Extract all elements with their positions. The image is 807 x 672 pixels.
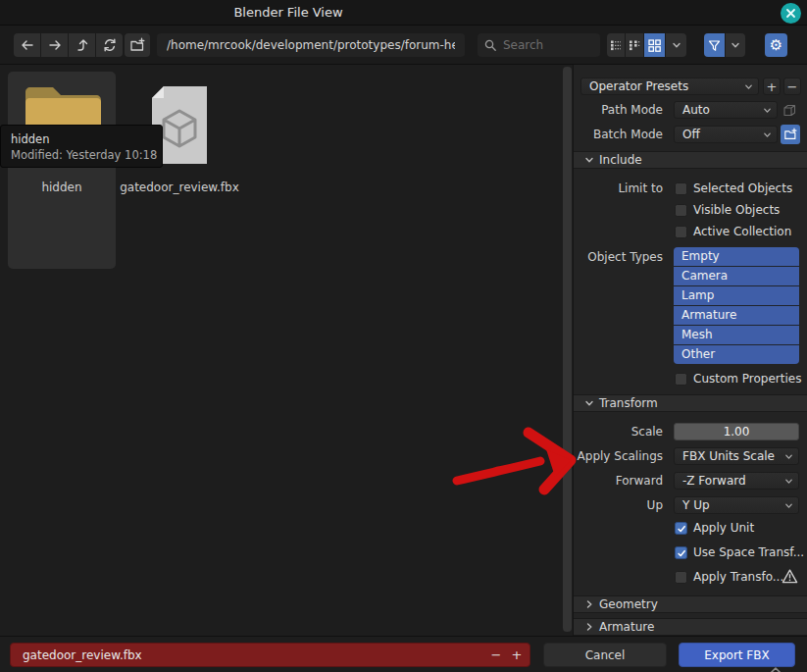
filename-decrement-button[interactable]: − — [487, 643, 505, 667]
warning-icon — [782, 568, 798, 585]
selected-objects-checkbox[interactable] — [675, 182, 687, 195]
cancel-button[interactable]: Cancel — [543, 643, 667, 667]
add-preset-button[interactable]: + — [763, 78, 781, 95]
selected-objects-label[interactable]: Selected Objects — [693, 181, 792, 196]
up-label: Up — [570, 497, 663, 514]
apply-unit-label[interactable]: Apply Unit — [693, 521, 754, 536]
batch-mode-dropdown[interactable]: Off — [674, 126, 778, 143]
blender-file-view-window: Blender File View — [0, 0, 807, 672]
apply-unit-checkbox[interactable] — [675, 522, 687, 535]
detail-view-icon — [628, 38, 641, 52]
detail-list-view-button[interactable] — [626, 33, 643, 57]
visible-objects-label[interactable]: Visible Objects — [693, 203, 780, 218]
object-type-empty[interactable]: Empty — [674, 247, 799, 266]
export-fbx-button-label: Export FBX — [704, 648, 769, 662]
list-view-icon — [609, 38, 623, 52]
new-folder-button[interactable] — [125, 33, 150, 57]
apply-transform-checkbox[interactable] — [675, 571, 687, 584]
scale-slider[interactable]: 1.00 — [674, 423, 799, 440]
forward-dropdown[interactable]: -Z Forward — [674, 472, 799, 490]
chevron-down-icon — [671, 39, 682, 51]
transform-section-header[interactable]: Transform — [574, 394, 807, 412]
object-types-label: Object Types — [570, 249, 663, 266]
file-browser-toolbar: ⚙ — [0, 26, 807, 65]
use-space-transform-label[interactable]: Use Space Transf... — [693, 545, 804, 560]
object-type-other[interactable]: Other — [674, 345, 799, 364]
apply-scalings-dropdown[interactable]: FBX Units Scale — [674, 447, 799, 465]
forward-button[interactable] — [41, 33, 68, 57]
arrow-left-icon — [20, 37, 35, 53]
up-dropdown[interactable]: Y Up — [674, 496, 799, 514]
chevron-up-icon[interactable] — [766, 665, 785, 672]
active-collection-checkbox[interactable] — [675, 226, 687, 238]
minus-icon: − — [491, 647, 502, 662]
path-mode-dropdown[interactable]: Auto — [674, 101, 778, 119]
chevron-down-icon — [783, 500, 794, 511]
geometry-section-title: Geometry — [599, 597, 658, 611]
export-options-sidebar: Operator Presets + − Path Mode Auto Batc… — [573, 65, 807, 636]
filename-input[interactable] — [23, 648, 486, 662]
geometry-section-header[interactable]: Geometry — [574, 595, 807, 613]
export-fbx-button[interactable]: Export FBX — [679, 643, 795, 667]
fbx-file-label[interactable]: gatedoor_review.fbx — [120, 180, 239, 195]
remove-preset-button[interactable]: − — [783, 78, 801, 95]
custom-properties-label[interactable]: Custom Properties — [693, 372, 801, 387]
refresh-button[interactable] — [96, 33, 123, 57]
new-folder-icon — [129, 37, 146, 53]
scale-value: 1.00 — [724, 425, 750, 439]
filter-toggle-button[interactable] — [704, 33, 725, 57]
active-collection-label[interactable]: Active Collection — [693, 225, 791, 239]
limit-to-label: Limit to — [570, 181, 663, 197]
batch-mode-value: Off — [682, 128, 700, 141]
search-icon — [483, 38, 497, 52]
back-button[interactable] — [14, 33, 40, 57]
filter-group — [704, 33, 745, 57]
options-toggle-button[interactable]: ⚙ — [765, 33, 787, 57]
object-type-armature[interactable]: Armature — [674, 306, 799, 325]
folder-label[interactable]: hidden — [8, 180, 116, 195]
vertical-list-view-button[interactable] — [607, 33, 625, 57]
apply-transform-label[interactable]: Apply Transfo... — [693, 570, 783, 585]
path-input[interactable] — [167, 38, 455, 52]
custom-properties-checkbox[interactable] — [675, 373, 687, 386]
display-mode-group — [607, 33, 686, 57]
chevron-down-icon — [783, 476, 794, 487]
minus-icon: − — [787, 80, 798, 93]
chevron-down-icon — [783, 451, 794, 462]
object-type-camera[interactable]: Camera — [674, 267, 799, 285]
cancel-button-label: Cancel — [585, 648, 626, 662]
close-button[interactable] — [781, 3, 801, 24]
apply-scalings-label: Apply Scalings — [570, 448, 663, 465]
thumbnail-view-button[interactable] — [644, 33, 665, 57]
chevron-down-icon — [743, 81, 754, 92]
include-section-title: Include — [599, 153, 642, 167]
object-type-mesh[interactable]: Mesh — [674, 326, 799, 344]
display-settings-dropdown[interactable] — [666, 33, 686, 57]
path-field[interactable] — [157, 33, 465, 57]
check-icon — [677, 548, 686, 558]
embed-textures-icon[interactable] — [782, 102, 798, 119]
batch-own-dir-button[interactable] — [781, 125, 800, 144]
tooltip-title: hidden — [11, 131, 158, 147]
file-area-scrollbar[interactable] — [563, 67, 572, 632]
search-input[interactable] — [503, 38, 594, 52]
use-space-transform-checkbox[interactable] — [675, 546, 687, 559]
filter-settings-dropdown[interactable] — [726, 33, 745, 57]
forward-label: Forward — [570, 473, 663, 490]
filename-increment-button[interactable]: + — [508, 643, 526, 667]
chevron-down-icon — [762, 105, 773, 116]
file-list-area[interactable]: hidden gatedoor_review.fbx hidden Modifi… — [0, 65, 573, 636]
armature-section-header[interactable]: Armature — [574, 618, 807, 636]
include-section-header[interactable]: Include — [574, 151, 807, 169]
object-type-lamp[interactable]: Lamp — [674, 286, 799, 305]
search-field[interactable] — [478, 33, 600, 57]
scale-label: Scale — [570, 424, 663, 440]
arrow-up-icon — [75, 37, 90, 53]
visible-objects-checkbox[interactable] — [675, 204, 687, 217]
operator-presets-dropdown[interactable]: Operator Presets — [580, 78, 759, 95]
check-icon — [677, 524, 686, 534]
arrow-right-icon — [47, 37, 63, 53]
filename-field[interactable] — [10, 643, 530, 667]
object-types-list: Empty Camera Lamp Armature Mesh Other — [674, 247, 799, 364]
parent-directory-button[interactable] — [69, 33, 95, 57]
